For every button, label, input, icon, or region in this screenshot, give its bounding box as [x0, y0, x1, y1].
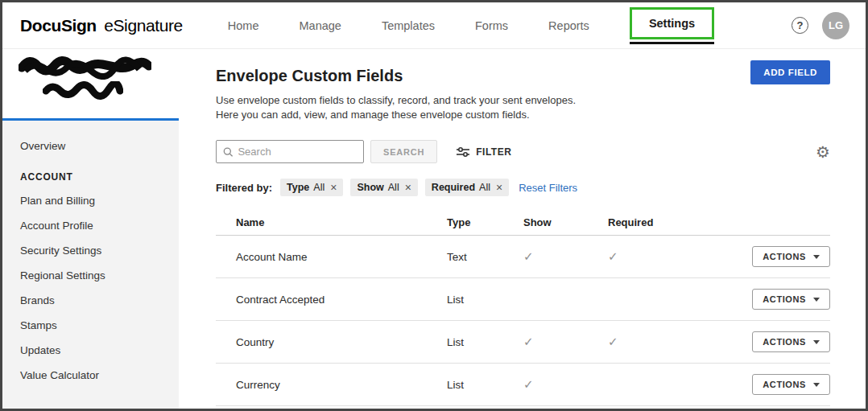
field-name: Contract Accepted [216, 294, 447, 306]
settings-highlight-annotation: Settings [630, 7, 714, 39]
chevron-down-icon [813, 255, 820, 259]
actions-label: ACTIONS [763, 380, 806, 389]
reset-filters-link[interactable]: Reset Filters [519, 182, 577, 194]
required-checkmark: ✓ [608, 335, 740, 349]
chip-close-icon[interactable]: × [496, 182, 502, 193]
sidebar-item-brands[interactable]: Brands [2, 288, 179, 313]
filter-chip-type: Type All × [280, 179, 343, 196]
chip-close-icon[interactable]: × [405, 182, 411, 193]
sidebar-item-plan-and-billing[interactable]: Plan and Billing [2, 188, 179, 213]
add-field-button[interactable]: ADD FIELD [750, 60, 830, 84]
chevron-down-icon [813, 340, 820, 344]
filter-label: FILTER [476, 146, 511, 158]
logo-primary-text: DocuSign [20, 16, 97, 35]
nav-reports[interactable]: Reports [548, 19, 589, 32]
page-body: Overview ACCOUNT Plan and Billing Accoun… [2, 49, 866, 409]
page-description: Use envelope custom fields to classify, … [216, 93, 830, 122]
field-type: Text [447, 251, 523, 263]
chevron-down-icon [813, 298, 820, 302]
app-window: DocuSign eSignature Home Manage Template… [0, 0, 868, 411]
actions-label: ACTIONS [763, 337, 806, 347]
actions-button[interactable]: ACTIONS [752, 331, 830, 352]
description-line-2: Here you can add, view, and manage these… [216, 109, 530, 121]
column-header-required: Required [608, 216, 740, 228]
sidebar-item-regional-settings[interactable]: Regional Settings [2, 263, 179, 288]
sidebar-item-value-calculator[interactable]: Value Calculator [2, 363, 179, 388]
filter-toggle[interactable]: FILTER [457, 146, 511, 158]
chip-close-icon[interactable]: × [330, 182, 337, 193]
description-line-1: Use envelope custom fields to classify, … [216, 94, 576, 106]
chip-value: All [313, 182, 324, 193]
actions-button[interactable]: ACTIONS [752, 246, 830, 267]
nav-home[interactable]: Home [228, 19, 259, 32]
main-nav: Home Manage Templates Forms Reports Sett… [228, 2, 714, 48]
show-checkmark: ✓ [523, 249, 608, 264]
filtered-by-label: Filtered by: [216, 182, 272, 194]
actions-label: ACTIONS [763, 252, 806, 261]
sidebar-item-account-profile[interactable]: Account Profile [2, 213, 179, 238]
chip-name: Type [287, 182, 309, 193]
nav-settings[interactable]: Settings [649, 17, 695, 30]
required-checkmark: ✓ [608, 249, 740, 264]
title-row: Envelope Custom Fields ADD FIELD [216, 60, 830, 93]
search-toolbar: SEARCH FILTER ⚙ [216, 140, 830, 163]
page-title: Envelope Custom Fields [216, 67, 403, 85]
column-header-type: Type [447, 216, 523, 228]
table-row: Contract Accepted List ACTIONS [216, 278, 830, 321]
settings-active-underline [630, 42, 714, 44]
table-row: Currency List ✓ ACTIONS [216, 364, 830, 406]
show-checkmark: ✓ [523, 335, 608, 349]
actions-label: ACTIONS [763, 294, 806, 304]
logo-secondary-text: eSignature [104, 16, 183, 35]
table-row: Country List ✓ ✓ ACTIONS [216, 321, 830, 364]
nav-templates[interactable]: Templates [382, 19, 435, 32]
actions-button[interactable]: ACTIONS [752, 289, 830, 310]
filtered-by-row: Filtered by: Type All × Show All × Requi… [216, 179, 830, 196]
redacted-account-subtext-scribble [43, 81, 123, 101]
chip-name: Show [357, 182, 383, 193]
chip-name: Required [432, 182, 475, 193]
nav-settings-container: Settings [630, 7, 714, 44]
field-type: List [447, 379, 523, 391]
field-name: Account Name [216, 251, 447, 263]
sidebar-section-account: ACCOUNT [2, 158, 179, 188]
sidebar-item-updates[interactable]: Updates [2, 338, 179, 363]
search-box [216, 140, 364, 163]
field-name: Country [216, 336, 447, 348]
chevron-down-icon [813, 383, 820, 387]
field-name: Currency [216, 379, 447, 391]
chip-value: All [388, 182, 399, 193]
field-type: List [447, 336, 523, 348]
filter-chip-show: Show All × [350, 179, 417, 196]
avatar[interactable]: LG [822, 12, 849, 39]
chip-value: All [479, 182, 490, 193]
custom-fields-table: Name Type Show Required Account Name Tex… [216, 209, 830, 406]
sidebar: Overview ACCOUNT Plan and Billing Accoun… [2, 49, 179, 409]
sidebar-account-header [2, 49, 179, 118]
column-header-name: Name [216, 216, 447, 228]
docusign-logo: DocuSign eSignature [20, 16, 183, 35]
header-right-cluster: ? LG [792, 12, 849, 39]
search-input[interactable] [238, 146, 357, 158]
sidebar-item-stamps[interactable]: Stamps [2, 313, 179, 338]
redacted-account-name-scribble [19, 54, 151, 80]
show-checkmark: ✓ [523, 377, 608, 392]
nav-forms[interactable]: Forms [475, 19, 508, 32]
help-icon[interactable]: ? [792, 17, 808, 34]
top-nav-bar: DocuSign eSignature Home Manage Template… [2, 2, 866, 49]
field-type: List [447, 294, 523, 306]
column-header-show: Show [523, 216, 608, 228]
sidebar-item-overview[interactable]: Overview [2, 134, 179, 158]
gear-icon[interactable]: ⚙ [816, 144, 830, 160]
sidebar-menu: Overview ACCOUNT Plan and Billing Accoun… [2, 121, 179, 409]
search-icon [223, 146, 233, 158]
table-row: Account Name Text ✓ ✓ ACTIONS [216, 236, 830, 278]
actions-button[interactable]: ACTIONS [752, 374, 830, 395]
filter-sliders-icon [457, 146, 469, 158]
sidebar-item-security-settings[interactable]: Security Settings [2, 238, 179, 263]
nav-manage[interactable]: Manage [300, 19, 341, 32]
table-header-row: Name Type Show Required [216, 209, 830, 236]
filter-chip-required: Required All × [425, 179, 509, 196]
search-button[interactable]: SEARCH [370, 140, 437, 163]
main-content: Envelope Custom Fields ADD FIELD Use env… [179, 49, 866, 409]
